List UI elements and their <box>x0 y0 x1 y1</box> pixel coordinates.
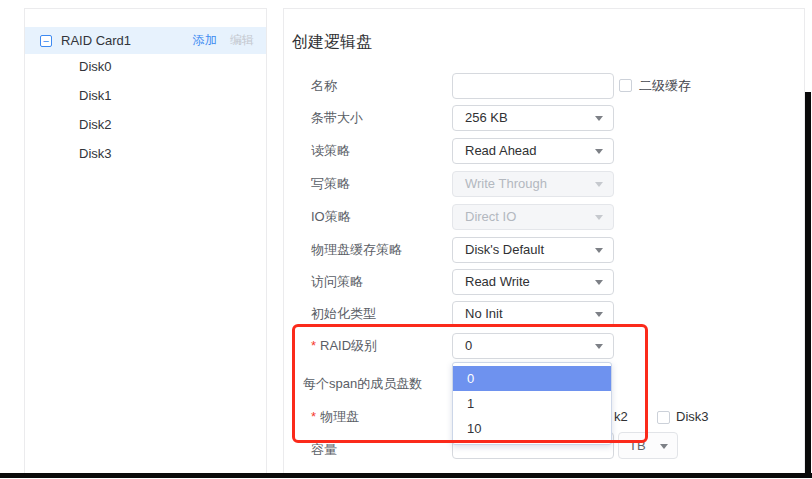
read-policy-row: 读策略 Read Ahead <box>284 138 804 164</box>
raid-level-option-10[interactable]: 10 <box>453 416 611 441</box>
raid-level-dropdown: 0 1 10 <box>452 362 612 445</box>
access-policy-value: Read Write <box>465 274 530 289</box>
io-policy-select: Direct IO <box>452 204 614 230</box>
sidebar-item-disk2[interactable]: Disk2 <box>25 110 266 139</box>
read-policy-select[interactable]: Read Ahead <box>452 138 614 164</box>
collapse-icon[interactable]: − <box>40 35 52 47</box>
access-policy-select[interactable]: Read Write <box>452 269 614 295</box>
name-input[interactable] <box>452 73 614 99</box>
capacity-unit-select[interactable]: TB <box>618 432 678 459</box>
name-label: 名称 <box>311 73 337 99</box>
required-asterisk: * <box>311 338 316 353</box>
raid-level-row: *RAID级别 0 <box>284 333 804 359</box>
access-policy-label: 访问策略 <box>311 269 363 295</box>
chevron-down-icon <box>660 444 668 449</box>
sidebar-item-disk3[interactable]: Disk3 <box>25 139 266 168</box>
sidebar-item-raid-card1[interactable]: − RAID Card1 添加 编辑 <box>25 27 266 54</box>
disk3-checkbox[interactable] <box>657 411 670 424</box>
chevron-down-icon <box>595 344 603 349</box>
chevron-down-icon <box>595 116 603 121</box>
stripe-select[interactable]: 256 KB <box>452 105 614 131</box>
stripe-row: 条带大小 256 KB <box>284 105 804 131</box>
capacity-unit-value: TB <box>629 438 646 453</box>
sidebar-item-disk0[interactable]: Disk0 <box>25 52 266 81</box>
disk2-label-partial: k2 <box>614 404 628 430</box>
window-right-edge <box>805 92 811 478</box>
raid-tree-panel: − RAID Card1 添加 编辑 Disk0 Disk1 Disk2 Dis… <box>24 8 267 474</box>
add-link[interactable]: 添加 <box>193 33 217 47</box>
chevron-down-icon <box>595 280 603 285</box>
init-type-row: 初始化类型 No Init <box>284 301 804 327</box>
chevron-down-icon <box>595 215 603 220</box>
window-bottom-edge <box>0 473 812 478</box>
raid-level-option-0[interactable]: 0 <box>453 366 611 391</box>
read-policy-label: 读策略 <box>311 138 350 164</box>
pd-cache-row: 物理盘缓存策略 Disk's Default <box>284 237 804 263</box>
create-logical-disk-panel: 创建逻辑盘 名称 二级缓存 条带大小 256 KB 读策略 Read Ahead <box>283 8 805 474</box>
access-policy-row: 访问策略 Read Write <box>284 269 804 295</box>
read-policy-value: Read Ahead <box>465 143 537 158</box>
io-policy-label: IO策略 <box>311 204 351 230</box>
io-policy-row: IO策略 Direct IO <box>284 204 804 230</box>
page-title: 创建逻辑盘 <box>292 32 372 53</box>
span-members-label: 每个span的成员盘数 <box>303 371 422 397</box>
raid-level-select[interactable]: 0 <box>452 333 614 359</box>
init-type-select[interactable]: No Init <box>452 301 614 327</box>
write-policy-value: Write Through <box>465 176 547 191</box>
pd-cache-select[interactable]: Disk's Default <box>452 237 614 263</box>
stripe-value: 256 KB <box>465 110 508 125</box>
raid-level-option-1[interactable]: 1 <box>453 391 611 416</box>
sidebar-item-disk1[interactable]: Disk1 <box>25 81 266 110</box>
raid-level-value: 0 <box>465 338 472 353</box>
raid-card-label: RAID Card1 <box>61 33 131 48</box>
secondary-cache-checkbox[interactable] <box>619 79 632 92</box>
disk3-label: Disk3 <box>676 404 709 430</box>
disk-list: Disk0 Disk1 Disk2 Disk3 <box>25 52 266 168</box>
pd-cache-value: Disk's Default <box>465 242 544 257</box>
chevron-down-icon <box>595 312 603 317</box>
init-type-value: No Init <box>465 306 503 321</box>
physical-disk-label-text: 物理盘 <box>320 409 359 424</box>
tree-actions: 添加 编辑 <box>193 32 254 49</box>
edit-link[interactable]: 编辑 <box>230 33 254 47</box>
pd-cache-label: 物理盘缓存策略 <box>311 237 402 263</box>
init-type-label: 初始化类型 <box>311 301 376 327</box>
write-policy-row: 写策略 Write Through <box>284 171 804 197</box>
screenshot-canvas: − RAID Card1 添加 编辑 Disk0 Disk1 Disk2 Dis… <box>0 0 812 479</box>
secondary-cache-label: 二级缓存 <box>639 73 691 99</box>
chevron-down-icon <box>595 182 603 187</box>
write-policy-label: 写策略 <box>311 171 350 197</box>
raid-level-label: *RAID级别 <box>311 333 377 359</box>
stripe-label: 条带大小 <box>311 105 363 131</box>
io-policy-value: Direct IO <box>465 209 516 224</box>
required-asterisk: * <box>311 409 316 424</box>
physical-disk-label: *物理盘 <box>311 404 359 430</box>
chevron-down-icon <box>595 248 603 253</box>
capacity-label: 容量 <box>311 437 337 463</box>
name-row: 名称 二级缓存 <box>284 73 804 99</box>
write-policy-select: Write Through <box>452 171 614 197</box>
raid-level-label-text: RAID级别 <box>320 338 377 353</box>
chevron-down-icon <box>595 149 603 154</box>
